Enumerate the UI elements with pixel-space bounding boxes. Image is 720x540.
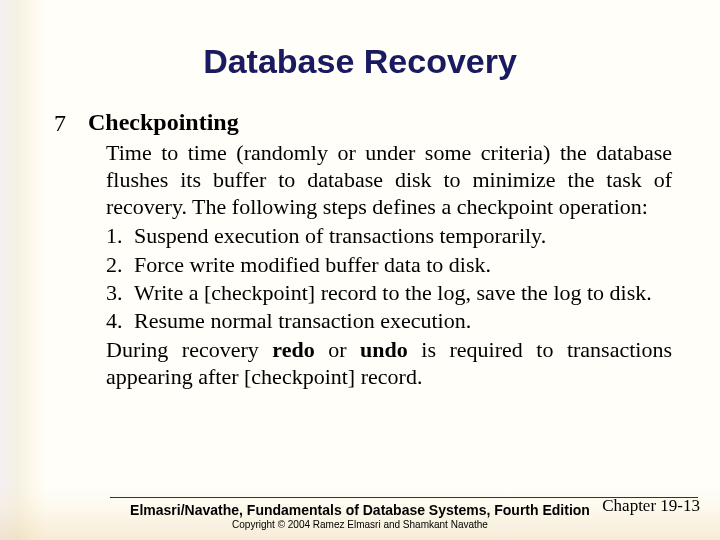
step-number: 2. xyxy=(106,251,134,279)
list-item: 1. Suspend execution of transactions tem… xyxy=(106,222,672,250)
outro-text: or xyxy=(315,337,360,362)
list-item: 4. Resume normal transaction execution. xyxy=(106,307,672,335)
chapter-label: Chapter 19-13 xyxy=(602,496,700,516)
outro-paragraph: During recovery redo or undo is required… xyxy=(88,337,672,391)
slide-title: Database Recovery xyxy=(28,0,692,109)
list-item: 3. Write a [checkpoint] record to the lo… xyxy=(106,279,672,307)
step-text: Suspend execution of transactions tempor… xyxy=(134,222,546,250)
list-item: 2. Force write modified buffer data to d… xyxy=(106,251,672,279)
intro-paragraph: Time to time (randomly or under some cri… xyxy=(88,140,672,220)
outro-undo: undo xyxy=(360,337,408,362)
step-number: 1. xyxy=(106,222,134,250)
step-text: Force write modified buffer data to disk… xyxy=(134,251,491,279)
step-text: Resume normal transaction execution. xyxy=(134,307,471,335)
slide-container: Database Recovery 7 Checkpointing Time t… xyxy=(0,0,720,540)
footer-copyright: Copyright © 2004 Ramez Elmasri and Shamk… xyxy=(0,519,720,530)
outro-redo: redo xyxy=(272,337,314,362)
step-number: 3. xyxy=(106,279,134,307)
section-heading: Checkpointing xyxy=(88,109,672,136)
step-text: Write a [checkpoint] record to the log, … xyxy=(134,279,652,307)
section-number: 7 xyxy=(54,109,88,137)
step-number: 4. xyxy=(106,307,134,335)
steps-list: 1. Suspend execution of transactions tem… xyxy=(88,222,672,335)
content-body: Checkpointing Time to time (randomly or … xyxy=(88,109,672,391)
outro-text: During recovery xyxy=(106,337,272,362)
content-block: 7 Checkpointing Time to time (randomly o… xyxy=(28,109,692,391)
